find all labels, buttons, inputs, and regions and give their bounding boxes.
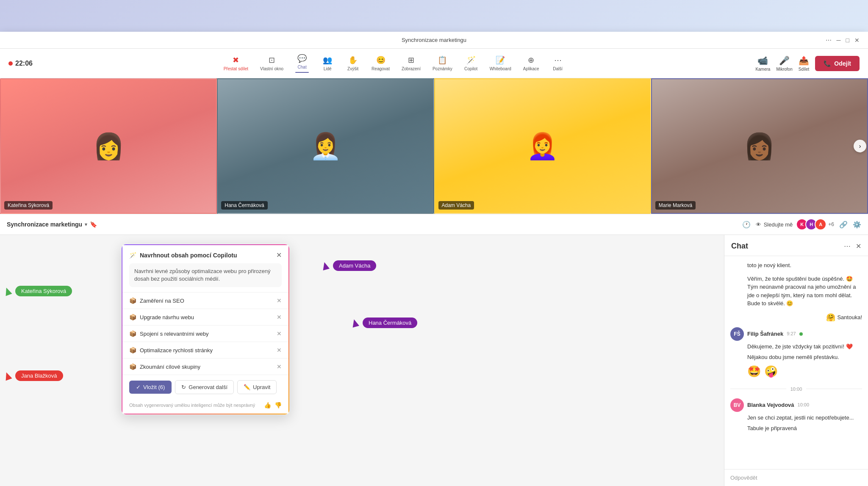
filip-time: 9:27 (787, 330, 796, 337)
blanka-author: Blanka Vejvodová (747, 401, 794, 409)
chat-more-icon[interactable]: ⋯ (844, 242, 851, 250)
end-call-label: Odejít (834, 60, 851, 67)
follow-me-label: Sledujte mě (764, 221, 793, 228)
own-window-icon: ⊡ (269, 55, 275, 65)
toolbar: 22:06 ✖ Přestat sdílet ⊡ Vlastní okno 💬 … (0, 49, 868, 78)
next-video-arrow[interactable]: › (854, 140, 866, 152)
chat-header-icons: ⋯ ✕ (844, 242, 861, 250)
generate-button[interactable]: ↻ Generovat další (175, 380, 234, 394)
notes-icon: 📋 (438, 55, 447, 65)
chat-reply-area[interactable]: Odpovědět (724, 469, 868, 486)
copilot-modal-header: 🪄 Navrhnout obsah pomocí Copilotu ✕ (122, 245, 288, 263)
check-icon: ✓ (136, 384, 141, 390)
more-icon[interactable]: ⋯ (826, 37, 832, 44)
copilot-button[interactable]: 🪄 Copilot (458, 53, 484, 74)
participant-face-4: 👩🏾 (652, 79, 867, 213)
filip-text: Děkujeme, že jste vždycky tak pozitivní!… (730, 342, 862, 362)
apps-button[interactable]: ⊕ Aplikace (517, 53, 545, 74)
participant-label-adam: Adam Vácha (322, 260, 376, 271)
follow-me-button[interactable]: 👁 Sledujte mě (756, 221, 793, 228)
suggestion-icon-4: 📦 (129, 347, 136, 353)
react-button[interactable]: 😊 Reagovat (366, 53, 396, 74)
thumbup-icon[interactable]: 👍 (264, 402, 271, 409)
copilot-modal-title: 🪄 Navrhnout obsah pomocí Copilotu (129, 252, 237, 259)
whiteboard-label: Whiteboard (490, 66, 511, 71)
thumbdown-icon[interactable]: 👎 (275, 402, 282, 409)
camera-button[interactable]: 📹 Kamera (755, 55, 770, 72)
suggestion-icon-2: 📦 (129, 314, 136, 320)
whiteboard-button[interactable]: 📝 Whiteboard (484, 53, 517, 74)
participant-name-4: Marie Marková (655, 201, 696, 210)
end-call-button[interactable]: 📞 Odejít (815, 56, 860, 71)
chat-close-icon[interactable]: ✕ (856, 242, 861, 250)
own-window-label: Vlastní okno (260, 66, 283, 71)
blanka-line1: Jen se chci zeptat, jestli nic nepotřebu… (747, 414, 862, 422)
view-button[interactable]: ⊞ Zobrazení (396, 53, 427, 74)
copilot-modal-close[interactable]: ✕ (276, 251, 282, 259)
apps-label: Aplikace (523, 66, 539, 71)
pencil-icon: ✏️ (244, 384, 250, 390)
participant-name-3: Adam Vácha (438, 201, 474, 210)
notes-button[interactable]: 📋 Poznámky (427, 53, 458, 74)
suggestion-close-2[interactable]: ✕ (277, 314, 282, 320)
msg-text-1: toto je nový klient. (747, 261, 862, 270)
more-button[interactable]: ⋯ Další (545, 53, 571, 74)
suggestion-close-4[interactable]: ✕ (277, 347, 282, 353)
edit-button[interactable]: ✏️ Upravit (237, 380, 277, 394)
chat-messages: toto je nový klient. Věřím, že tohle spu… (724, 256, 868, 469)
own-window-button[interactable]: ⊡ Vlastní okno (254, 53, 289, 74)
insert-button[interactable]: ✓ Vložit (6) (129, 381, 172, 394)
more-options-icon: ⋯ (554, 55, 562, 65)
title-bar: Synchronizace marketingu ⋯ ─ □ ✕ (0, 32, 868, 49)
video-tile-1: 👩 Kateřina Sýkorová (0, 78, 217, 214)
bookmark-icon[interactable]: 🔖 (90, 221, 97, 228)
suggestion-close-3[interactable]: ✕ (277, 330, 282, 337)
chat-button[interactable]: 💬 Chat (289, 51, 315, 75)
share-link-icon[interactable]: 🔗 (839, 221, 848, 229)
people-button[interactable]: 👥 Lidé (315, 53, 340, 74)
chat-header: Chat ⋯ ✕ (724, 235, 868, 256)
arrow-hana (3, 371, 12, 380)
share-label: Sdílet (799, 67, 810, 72)
people-label: Lidé (324, 66, 332, 71)
main-window: Synchronizace marketingu ⋯ ─ □ ✕ 22:06 ✖… (0, 32, 868, 486)
video-grid: ‹ 👩 Kateřina Sýkorová 👩‍💼 Hana Čermáková… (0, 78, 868, 214)
close-icon[interactable]: ✕ (854, 37, 860, 44)
suggestion-close-1[interactable]: ✕ (277, 297, 282, 304)
participant-face-3: 👩‍🦰 (435, 79, 650, 213)
chat-title: Chat (731, 242, 748, 251)
camera-label: Kamera (755, 67, 770, 72)
generate-label: Generovat další (189, 384, 227, 390)
minimize-icon[interactable]: ─ (837, 37, 841, 44)
apps-icon: ⊕ (528, 55, 534, 65)
video-tile-2: 👩‍💼 Hana Čermáková (217, 78, 434, 214)
label-badge-katerina: Kateřina Sýkorová (15, 286, 72, 296)
toolbar-right: 📹 Kamera 🎤 Mikrofon 📤 Sdílet 📞 Odejít (755, 55, 860, 72)
view-label: Zobrazení (402, 66, 421, 71)
time-divider-label: 10:00 (790, 387, 802, 392)
suggestion-close-5[interactable]: ✕ (277, 363, 282, 370)
view-icon: ⊞ (408, 55, 414, 65)
microphone-button[interactable]: 🎤 Mikrofon (776, 55, 792, 72)
copilot-label: Copilot (464, 66, 477, 71)
whiteboard-icon: 📝 (496, 55, 505, 65)
settings-icon[interactable]: ⚙️ (853, 221, 861, 229)
dropdown-icon[interactable]: ▾ (85, 222, 87, 227)
filip-author: Filip Šafránek (747, 330, 783, 338)
filip-emojis: 🤩 🤪 (730, 363, 862, 380)
window-controls: ⋯ ─ □ ✕ (826, 37, 860, 44)
raise-hand-button[interactable]: ✋ Zvýšit (340, 53, 366, 74)
filip-avatar: FŠ (730, 327, 744, 341)
participants-plus[interactable]: +6 (828, 221, 834, 227)
whiteboard-area[interactable]: Kateřina Sýkorová Adam Vácha Hana Čermák… (0, 235, 724, 486)
blanka-text: Jen se chci zeptat, jestli nic nepotřebu… (730, 414, 862, 433)
maximize-icon[interactable]: □ (846, 37, 849, 44)
copilot-modal: 🪄 Navrhnout obsah pomocí Copilotu ✕ Navr… (121, 243, 290, 415)
filip-line1: Děkujeme, že jste vždycky tak pozitivní!… (747, 342, 862, 351)
emoji-crazy: 🤪 (764, 363, 778, 380)
suggestion-icon-1: 📦 (129, 297, 136, 304)
people-icon: 👥 (323, 55, 332, 65)
stop-share-button[interactable]: ✖ Přestat sdílet (218, 53, 254, 74)
recording-indicator (8, 61, 13, 66)
share-screen-button[interactable]: 📤 Sdílet (799, 55, 810, 72)
